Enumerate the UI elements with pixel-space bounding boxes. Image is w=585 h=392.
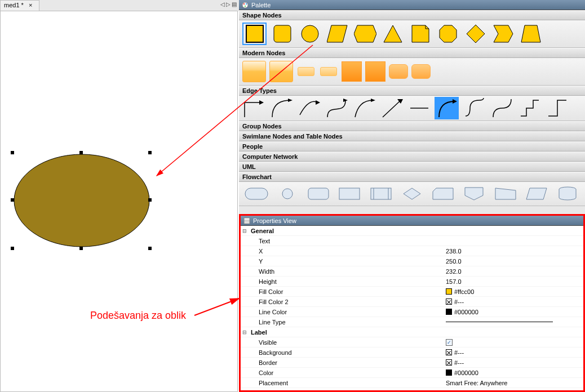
collapse-icon[interactable]: ⊟ <box>241 329 249 335</box>
shape-rounded-square[interactable] <box>270 23 294 45</box>
collapse-icon[interactable]: ⊟ <box>241 228 249 234</box>
svg-marker-10 <box>384 25 402 42</box>
flow-rounded[interactable] <box>305 185 333 202</box>
edge-step-1[interactable] <box>517 97 542 119</box>
shape-circle[interactable] <box>298 23 322 45</box>
prop-border[interactable]: Border#--- <box>241 358 583 368</box>
modern-glossy-1[interactable] <box>242 60 266 83</box>
resize-handle-n[interactable] <box>79 151 83 154</box>
modern-pill-2[interactable] <box>319 60 338 83</box>
resize-handle-nw[interactable] <box>11 151 14 154</box>
edge-line[interactable] <box>407 97 431 119</box>
prop-line-type[interactable]: Line Type <box>241 317 583 327</box>
tab-list-icon[interactable]: ▤ <box>232 1 237 7</box>
shape-note[interactable] <box>408 23 432 45</box>
prop-fill-color[interactable]: Fill Color#ffcc00 <box>241 287 583 297</box>
flow-terminator[interactable] <box>242 185 270 202</box>
section-people[interactable]: People <box>239 141 585 152</box>
canvas[interactable] <box>0 11 238 392</box>
section-swimlane[interactable]: Swimlane Nodes and Table Nodes <box>239 131 585 141</box>
fill-color-swatch[interactable] <box>446 288 452 295</box>
flow-predef[interactable] <box>367 185 395 202</box>
flow-connector[interactable] <box>273 185 301 202</box>
prop-group-general[interactable]: ⊟General <box>241 226 583 236</box>
resize-handle-s[interactable] <box>79 247 83 250</box>
flow-card[interactable] <box>429 185 457 202</box>
svg-marker-25 <box>526 188 547 199</box>
prop-label-color[interactable]: Color#000000 <box>241 368 583 378</box>
shape-hexagon-h[interactable] <box>353 23 377 45</box>
edge-straight[interactable] <box>379 97 404 119</box>
prop-text[interactable]: Text <box>241 236 583 246</box>
prop-line-color[interactable]: Line Color#000000 <box>241 307 583 317</box>
visible-checkbox[interactable]: ✓ <box>446 339 453 346</box>
shape-nodes-row <box>239 20 585 48</box>
fill-color-2-swatch[interactable] <box>446 299 452 305</box>
shape-square[interactable] <box>242 23 267 45</box>
section-shape-nodes[interactable]: Shape Nodes <box>239 10 585 20</box>
resize-handle-ne[interactable] <box>148 151 152 154</box>
modern-rounded-1[interactable] <box>389 60 408 83</box>
shape-chevron[interactable] <box>491 23 515 45</box>
shape-diamond[interactable] <box>463 23 488 45</box>
line-color-swatch[interactable] <box>446 309 452 315</box>
edge-orthogonal[interactable] <box>241 97 265 119</box>
svg-rect-18 <box>308 188 329 199</box>
flow-database[interactable] <box>554 185 582 202</box>
line-type-sample[interactable] <box>446 322 553 322</box>
edge-s-curve-1[interactable] <box>462 97 486 119</box>
prop-height[interactable]: Height157.0 <box>241 277 583 287</box>
shape-parallelogram[interactable] <box>325 23 349 45</box>
modern-glossy-2[interactable] <box>269 60 293 83</box>
edge-step-2[interactable] <box>545 97 569 119</box>
resize-handle-e[interactable] <box>148 198 152 202</box>
resize-handle-sw[interactable] <box>11 247 14 250</box>
label-color-swatch[interactable] <box>446 369 452 376</box>
flow-data[interactable] <box>522 185 550 202</box>
prop-group-label[interactable]: ⊟Label <box>241 327 583 337</box>
flow-process[interactable] <box>336 185 364 202</box>
shape-octagon[interactable] <box>436 23 460 45</box>
edge-arc[interactable] <box>296 97 321 119</box>
prop-y[interactable]: Y250.0 <box>241 256 583 266</box>
shape-triangle[interactable] <box>380 23 405 45</box>
edge-s-curve-2[interactable] <box>490 97 514 119</box>
section-uml[interactable]: UML <box>239 162 585 172</box>
prop-size[interactable]: SizeFit Content <box>241 388 583 390</box>
section-edge-types[interactable]: Edge Types <box>239 86 585 96</box>
modern-rounded-2[interactable] <box>411 60 431 83</box>
border-swatch[interactable] <box>446 359 452 366</box>
resize-handle-w[interactable] <box>11 198 14 202</box>
prop-x[interactable]: X238.0 <box>241 246 583 256</box>
prop-background[interactable]: Background#--- <box>241 348 583 358</box>
section-flowchart[interactable]: Flowchart <box>239 172 585 182</box>
section-modern-nodes[interactable]: Modern Nodes <box>239 48 585 58</box>
close-icon[interactable]: × <box>29 2 32 8</box>
svg-marker-13 <box>494 25 513 42</box>
edge-curve[interactable] <box>269 97 293 119</box>
resize-handle-se[interactable] <box>148 247 152 250</box>
document-tab[interactable]: med1 * × <box>0 0 39 11</box>
prop-fill-color-2[interactable]: Fill Color 2#--- <box>241 297 583 307</box>
flow-offpage[interactable] <box>460 185 488 202</box>
section-group-nodes[interactable]: Group Nodes <box>239 121 585 131</box>
shape-trapezoid[interactable] <box>518 23 543 45</box>
modern-square-1[interactable] <box>342 60 362 83</box>
tab-next-icon[interactable]: ▷ <box>226 1 231 7</box>
prop-visible[interactable]: Visible✓ <box>241 337 583 348</box>
edge-spline-selected[interactable] <box>435 97 459 119</box>
modern-pill-1[interactable] <box>296 60 316 83</box>
selected-ellipse-shape[interactable] <box>13 153 151 248</box>
edge-smooth[interactable] <box>352 97 376 119</box>
properties-panel: Properties View ⊟General Text X238.0 Y25… <box>239 214 585 392</box>
svg-point-4 <box>245 5 246 6</box>
flow-decision[interactable] <box>398 185 426 202</box>
prop-width[interactable]: Width232.0 <box>241 266 583 277</box>
tab-prev-icon[interactable]: ◁ <box>220 1 225 7</box>
section-computer-network[interactable]: Computer Network <box>239 152 585 162</box>
modern-square-2[interactable] <box>365 60 385 83</box>
background-swatch[interactable] <box>446 349 452 355</box>
edge-bezier[interactable] <box>324 97 348 119</box>
flow-manual[interactable] <box>491 185 519 202</box>
prop-placement[interactable]: PlacementSmart Free: Anywhere <box>241 378 583 388</box>
